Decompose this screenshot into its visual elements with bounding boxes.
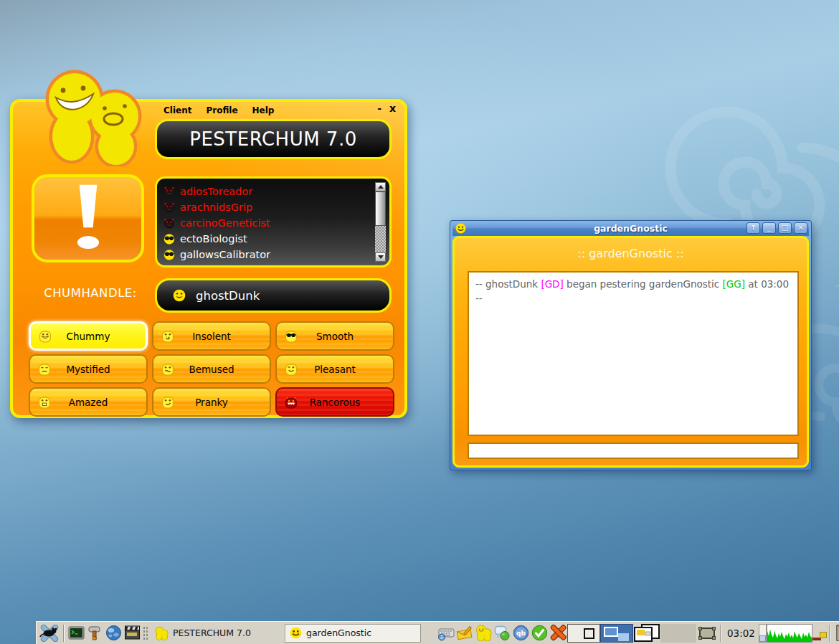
chum-row[interactable]: gallowsCalibrator xyxy=(163,247,372,262)
iconbox-empty-area xyxy=(660,624,696,643)
chum-row[interactable]: arachnidsGrip xyxy=(163,199,372,215)
rancorous-mood-icon xyxy=(163,186,175,197)
chum-list[interactable]: adiosToreador arachnidsGrip carc xyxy=(155,176,392,267)
close-button[interactable]: ✕ xyxy=(794,222,807,234)
bemused-icon xyxy=(161,363,174,376)
chum-row[interactable]: carcinoGeneticist xyxy=(163,215,372,231)
pleasant-icon xyxy=(285,363,298,376)
system-monitor xyxy=(767,624,812,643)
chat-log[interactable]: -- ghostDunk [GD] began pestering garden… xyxy=(468,271,799,436)
speech-bubble-icon xyxy=(493,625,511,641)
mood-button-pleasant[interactable]: Pleasant xyxy=(275,354,394,384)
taskbar-item-pesterchum[interactable]: PESTERCHUM 7.0 xyxy=(150,624,285,643)
check-icon xyxy=(531,625,548,641)
green-check-tray[interactable] xyxy=(530,623,549,643)
mood-button-label: Smooth xyxy=(316,331,354,342)
workspace-2-active[interactable] xyxy=(600,624,633,643)
scroll-down-button[interactable] xyxy=(375,252,386,262)
load-indicator xyxy=(812,624,827,643)
pranky-icon xyxy=(161,396,174,409)
mood-button-label: Amazed xyxy=(69,397,108,408)
keyboard-layout-tray[interactable] xyxy=(437,623,455,643)
browser-launcher[interactable] xyxy=(104,623,123,643)
chat-titlebar[interactable]: gardenGnostic ↑ _ □ ✕ xyxy=(452,221,809,236)
minimize-button[interactable]: _ xyxy=(762,222,776,234)
chat-message-input[interactable] xyxy=(468,442,799,459)
taskbar-item-gardengnostic[interactable]: gardenGnostic xyxy=(285,624,421,643)
screenshot-tray[interactable] xyxy=(696,623,718,643)
hammer-icon xyxy=(87,625,103,641)
mood-button-rancorous[interactable]: Rancorous xyxy=(275,387,394,417)
chum-handle: gallowsCalibrator xyxy=(180,249,270,260)
keyboard-icon xyxy=(437,625,455,641)
insolent-icon xyxy=(161,330,174,343)
panel-handle[interactable] xyxy=(143,626,148,640)
pesterchum-logo xyxy=(34,65,161,166)
chummy-icon xyxy=(39,330,52,343)
message-middle: began pestering gardenGnostic xyxy=(564,278,723,290)
chat-header: :: gardenGnostic :: xyxy=(455,247,807,260)
iconbox xyxy=(633,623,696,643)
chum-handle: ectoBiologist xyxy=(180,233,247,245)
chum-row[interactable]: adiosToreador xyxy=(163,184,372,199)
mood-button-mystified[interactable]: Mystified xyxy=(29,354,148,384)
menu-help[interactable]: Help xyxy=(252,105,275,115)
xfce-menu-button[interactable] xyxy=(38,623,61,643)
menu-client[interactable]: Client xyxy=(163,105,191,115)
qb-app-tray[interactable]: qb xyxy=(511,623,530,643)
minimize-button[interactable]: - xyxy=(377,103,381,113)
iconified-window-thumb[interactable] xyxy=(633,623,660,643)
app-title-banner: PESTERCHUM 7.0 xyxy=(155,119,392,159)
chum-handle: carcinoGeneticist xyxy=(180,217,270,229)
smooth-icon xyxy=(285,330,298,343)
chum-list-scrollbar[interactable] xyxy=(375,182,386,262)
pesterchum-tray[interactable] xyxy=(474,623,493,643)
scroll-up-button[interactable] xyxy=(375,182,386,191)
volume-slider[interactable] xyxy=(759,624,767,643)
maximize-button[interactable]: □ xyxy=(778,222,792,234)
close-button[interactable]: x xyxy=(389,103,396,113)
shade-button[interactable]: ↑ xyxy=(746,222,760,234)
xchat-tray[interactable]: chat xyxy=(549,623,567,643)
menu-profile[interactable]: Profile xyxy=(206,105,237,115)
mood-button-smooth[interactable]: Smooth xyxy=(275,321,394,351)
mystified-icon xyxy=(38,363,51,376)
smooth-mood-icon xyxy=(163,233,175,245)
logout-button[interactable] xyxy=(833,623,839,643)
mail-pencil-icon xyxy=(456,625,473,641)
workspace-window xyxy=(618,633,629,641)
qb-icon: qb xyxy=(513,625,529,641)
separator xyxy=(63,625,65,642)
mood-button-amazed[interactable]: Amazed xyxy=(29,387,148,417)
scrollbar-thumb[interactable] xyxy=(375,191,386,226)
mood-button-insolent[interactable]: Insolent xyxy=(152,321,271,351)
tool-launcher[interactable] xyxy=(85,623,104,643)
mood-button-chummy[interactable]: Chummy xyxy=(29,321,148,351)
mood-button-bemused[interactable]: Bemused xyxy=(152,354,271,384)
screenshot-icon xyxy=(698,625,716,641)
workspace-1[interactable] xyxy=(567,624,600,643)
compose-mail-tray[interactable] xyxy=(455,623,474,643)
chat-bubble-tray[interactable] xyxy=(493,623,511,643)
chum-row[interactable]: ectoBiologist xyxy=(163,231,372,247)
film-clapper-icon xyxy=(124,625,141,641)
chum-handle: adiosToreador xyxy=(180,186,252,197)
globe-icon xyxy=(105,625,122,641)
terminal-icon xyxy=(68,625,85,641)
load-bar-yellow xyxy=(820,632,827,638)
xfce-menu-icon xyxy=(39,625,60,642)
media-launcher[interactable] xyxy=(123,623,141,643)
pesterchum-blobs-icon xyxy=(154,626,169,640)
taskbar-item-label: gardenGnostic xyxy=(306,628,371,638)
yellow-smiley-icon xyxy=(290,627,302,639)
mood-display-box xyxy=(32,174,144,262)
separator xyxy=(720,625,721,642)
logout-door-icon xyxy=(834,624,839,642)
chumhandle-box[interactable]: ghostDunk xyxy=(155,278,392,313)
chat-window[interactable]: gardenGnostic ↑ _ □ ✕ :: gardenGnostic :… xyxy=(450,220,812,470)
terminal-launcher[interactable] xyxy=(67,623,85,643)
chumhandle-value: ghostDunk xyxy=(196,289,260,303)
volume-slider-fill xyxy=(759,635,766,642)
mood-button-pranky[interactable]: Pranky xyxy=(152,387,271,417)
mood-button-label: Rancorous xyxy=(310,397,361,408)
